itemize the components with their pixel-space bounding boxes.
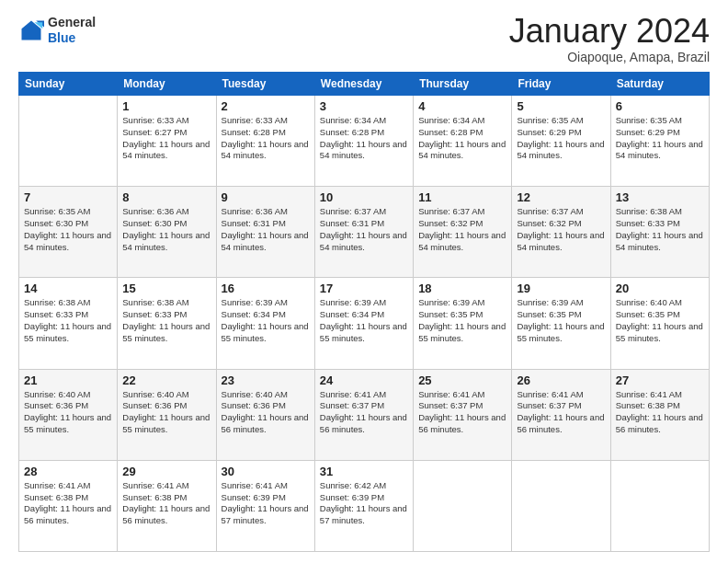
calendar-cell: 15Sunrise: 6:38 AM Sunset: 6:33 PM Dayli…	[118, 278, 216, 369]
calendar-cell: 10Sunrise: 6:37 AM Sunset: 6:31 PM Dayli…	[314, 187, 413, 278]
calendar-cell: 3Sunrise: 6:34 AM Sunset: 6:28 PM Daylig…	[314, 96, 413, 187]
day-number: 1	[122, 99, 210, 113]
calendar-cell	[19, 96, 118, 187]
calendar-cell: 2Sunrise: 6:33 AM Sunset: 6:28 PM Daylig…	[216, 96, 314, 187]
cell-content: Sunrise: 6:42 AM Sunset: 6:39 PM Dayligh…	[320, 480, 408, 527]
month-title: January 2024	[509, 15, 710, 48]
weekday-header-monday: Monday	[118, 73, 216, 96]
calendar-cell: 16Sunrise: 6:39 AM Sunset: 6:34 PM Dayli…	[216, 278, 314, 369]
calendar-cell: 20Sunrise: 6:40 AM Sunset: 6:35 PM Dayli…	[610, 278, 709, 369]
weekday-header-wednesday: Wednesday	[314, 73, 413, 96]
day-number: 23	[222, 373, 310, 387]
calendar-cell: 30Sunrise: 6:41 AM Sunset: 6:39 PM Dayli…	[216, 460, 314, 551]
cell-content: Sunrise: 6:41 AM Sunset: 6:39 PM Dayligh…	[222, 480, 310, 527]
cell-content: Sunrise: 6:37 AM Sunset: 6:32 PM Dayligh…	[517, 206, 605, 253]
cell-content: Sunrise: 6:39 AM Sunset: 6:35 PM Dayligh…	[517, 297, 605, 344]
cell-content: Sunrise: 6:37 AM Sunset: 6:32 PM Dayligh…	[418, 206, 506, 253]
calendar-cell: 1Sunrise: 6:33 AM Sunset: 6:27 PM Daylig…	[118, 96, 216, 187]
day-number: 24	[320, 373, 408, 387]
day-number: 7	[24, 190, 112, 204]
cell-content: Sunrise: 6:40 AM Sunset: 6:36 PM Dayligh…	[222, 389, 310, 436]
logo: General Blue	[18, 15, 96, 46]
calendar-cell: 7Sunrise: 6:35 AM Sunset: 6:30 PM Daylig…	[19, 187, 118, 278]
cell-content: Sunrise: 6:41 AM Sunset: 6:38 PM Dayligh…	[122, 480, 210, 527]
calendar-week-1: 1Sunrise: 6:33 AM Sunset: 6:27 PM Daylig…	[19, 96, 710, 187]
day-number: 28	[24, 465, 112, 478]
cell-content: Sunrise: 6:33 AM Sunset: 6:27 PM Dayligh…	[122, 115, 210, 162]
day-number: 19	[517, 282, 605, 295]
calendar-cell: 13Sunrise: 6:38 AM Sunset: 6:33 PM Dayli…	[610, 187, 709, 278]
day-number: 18	[418, 282, 506, 295]
calendar-week-2: 7Sunrise: 6:35 AM Sunset: 6:30 PM Daylig…	[19, 187, 710, 278]
logo-text: General Blue	[48, 15, 96, 46]
calendar-week-4: 21Sunrise: 6:40 AM Sunset: 6:36 PM Dayli…	[19, 369, 710, 460]
calendar-cell: 11Sunrise: 6:37 AM Sunset: 6:32 PM Dayli…	[414, 187, 512, 278]
day-number: 26	[517, 373, 605, 387]
day-number: 6	[616, 99, 704, 113]
calendar-cell: 23Sunrise: 6:40 AM Sunset: 6:36 PM Dayli…	[216, 369, 314, 460]
day-number: 15	[122, 282, 210, 295]
day-number: 30	[222, 465, 310, 478]
calendar-cell	[610, 460, 709, 551]
day-number: 3	[320, 99, 408, 113]
day-number: 4	[418, 99, 506, 113]
calendar-cell: 4Sunrise: 6:34 AM Sunset: 6:28 PM Daylig…	[414, 96, 512, 187]
day-number: 10	[320, 190, 408, 204]
calendar-cell: 22Sunrise: 6:40 AM Sunset: 6:36 PM Dayli…	[118, 369, 216, 460]
cell-content: Sunrise: 6:36 AM Sunset: 6:31 PM Dayligh…	[222, 206, 310, 253]
weekday-header-friday: Friday	[512, 73, 610, 96]
weekday-header-saturday: Saturday	[610, 73, 709, 96]
cell-content: Sunrise: 6:39 AM Sunset: 6:35 PM Dayligh…	[418, 297, 506, 344]
cell-content: Sunrise: 6:34 AM Sunset: 6:28 PM Dayligh…	[320, 115, 408, 162]
cell-content: Sunrise: 6:37 AM Sunset: 6:31 PM Dayligh…	[320, 206, 408, 253]
cell-content: Sunrise: 6:35 AM Sunset: 6:29 PM Dayligh…	[616, 115, 704, 162]
weekday-header-row: SundayMondayTuesdayWednesdayThursdayFrid…	[19, 73, 710, 96]
cell-content: Sunrise: 6:38 AM Sunset: 6:33 PM Dayligh…	[24, 297, 112, 344]
cell-content: Sunrise: 6:38 AM Sunset: 6:33 PM Dayligh…	[616, 206, 704, 253]
calendar-cell: 21Sunrise: 6:40 AM Sunset: 6:36 PM Dayli…	[19, 369, 118, 460]
cell-content: Sunrise: 6:39 AM Sunset: 6:34 PM Dayligh…	[222, 297, 310, 344]
calendar-cell: 5Sunrise: 6:35 AM Sunset: 6:29 PM Daylig…	[512, 96, 610, 187]
day-number: 12	[517, 190, 605, 204]
calendar-cell: 24Sunrise: 6:41 AM Sunset: 6:37 PM Dayli…	[314, 369, 413, 460]
calendar-table: SundayMondayTuesdayWednesdayThursdayFrid…	[18, 72, 710, 552]
logo-icon	[18, 17, 44, 43]
cell-content: Sunrise: 6:35 AM Sunset: 6:30 PM Dayligh…	[24, 206, 112, 253]
cell-content: Sunrise: 6:40 AM Sunset: 6:36 PM Dayligh…	[24, 389, 112, 436]
cell-content: Sunrise: 6:41 AM Sunset: 6:37 PM Dayligh…	[418, 389, 506, 436]
location-subtitle: Oiapoque, Amapa, Brazil	[509, 50, 710, 64]
cell-content: Sunrise: 6:41 AM Sunset: 6:37 PM Dayligh…	[517, 389, 605, 436]
cell-content: Sunrise: 6:40 AM Sunset: 6:36 PM Dayligh…	[122, 389, 210, 436]
calendar-cell	[414, 460, 512, 551]
day-number: 22	[122, 373, 210, 387]
day-number: 2	[222, 99, 310, 113]
day-number: 11	[418, 190, 506, 204]
day-number: 20	[616, 282, 704, 295]
calendar-cell: 31Sunrise: 6:42 AM Sunset: 6:39 PM Dayli…	[314, 460, 413, 551]
calendar-cell: 8Sunrise: 6:36 AM Sunset: 6:30 PM Daylig…	[118, 187, 216, 278]
cell-content: Sunrise: 6:38 AM Sunset: 6:33 PM Dayligh…	[122, 297, 210, 344]
logo-blue-text: Blue	[48, 30, 96, 46]
day-number: 13	[616, 190, 704, 204]
calendar-cell: 14Sunrise: 6:38 AM Sunset: 6:33 PM Dayli…	[19, 278, 118, 369]
cell-content: Sunrise: 6:34 AM Sunset: 6:28 PM Dayligh…	[418, 115, 506, 162]
day-number: 27	[616, 373, 704, 387]
day-number: 25	[418, 373, 506, 387]
cell-content: Sunrise: 6:39 AM Sunset: 6:34 PM Dayligh…	[320, 297, 408, 344]
day-number: 17	[320, 282, 408, 295]
cell-content: Sunrise: 6:33 AM Sunset: 6:28 PM Dayligh…	[222, 115, 310, 162]
calendar-cell: 6Sunrise: 6:35 AM Sunset: 6:29 PM Daylig…	[610, 96, 709, 187]
calendar-week-3: 14Sunrise: 6:38 AM Sunset: 6:33 PM Dayli…	[19, 278, 710, 369]
calendar-cell: 29Sunrise: 6:41 AM Sunset: 6:38 PM Dayli…	[118, 460, 216, 551]
day-number: 9	[222, 190, 310, 204]
cell-content: Sunrise: 6:40 AM Sunset: 6:35 PM Dayligh…	[616, 297, 704, 344]
title-block: January 2024 Oiapoque, Amapa, Brazil	[509, 15, 710, 64]
day-number: 14	[24, 282, 112, 295]
calendar-cell: 17Sunrise: 6:39 AM Sunset: 6:34 PM Dayli…	[314, 278, 413, 369]
cell-content: Sunrise: 6:35 AM Sunset: 6:29 PM Dayligh…	[517, 115, 605, 162]
calendar-cell: 26Sunrise: 6:41 AM Sunset: 6:37 PM Dayli…	[512, 369, 610, 460]
cell-content: Sunrise: 6:36 AM Sunset: 6:30 PM Dayligh…	[122, 206, 210, 253]
calendar-cell: 9Sunrise: 6:36 AM Sunset: 6:31 PM Daylig…	[216, 187, 314, 278]
header: General Blue January 2024 Oiapoque, Amap…	[18, 15, 710, 64]
calendar-cell: 19Sunrise: 6:39 AM Sunset: 6:35 PM Dayli…	[512, 278, 610, 369]
